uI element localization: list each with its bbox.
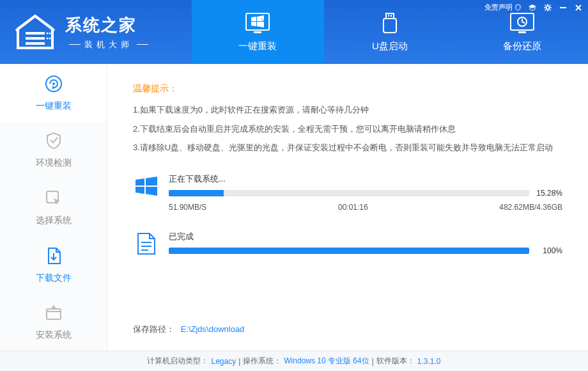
download-percent: 15.28% — [534, 189, 562, 198]
save-path-label: 保存路径： — [133, 324, 174, 334]
tab-reinstall[interactable]: 一键重装 — [192, 0, 324, 64]
close-icon[interactable] — [574, 3, 583, 12]
body: 一键重装 环境检测 选择系统 下载文件 安装系统 温馨提示： 1.如果下载速度为… — [0, 64, 588, 351]
logo-subtitle: 装机大师 — [65, 39, 152, 51]
logo-area: 系统之家 装机大师 — [0, 0, 192, 64]
monitor-restore-icon — [509, 12, 535, 35]
sidebar-item-download[interactable]: 下载文件 — [0, 236, 107, 294]
svg-rect-0 — [26, 32, 45, 35]
svg-rect-2 — [26, 42, 45, 45]
box-install-icon — [43, 303, 64, 323]
cursor-select-icon — [43, 188, 64, 209]
svg-rect-9 — [386, 13, 394, 19]
sidebar-item-env-check[interactable]: 环境检测 — [0, 122, 107, 179]
sidebar-item-reinstall[interactable]: 一键重装 — [0, 64, 107, 122]
svg-point-16 — [546, 6, 550, 9]
completed-percent: 100% — [534, 246, 562, 255]
document-icon — [133, 231, 159, 257]
save-path-row: 保存路径： E:\Zjds\download — [133, 324, 244, 335]
download-status-label: 正在下载系统... — [169, 173, 562, 185]
svg-rect-14 — [518, 31, 526, 33]
version-label: 软件版本： — [376, 356, 415, 367]
svg-rect-11 — [388, 15, 389, 17]
logo-house-icon — [13, 13, 58, 51]
tab-label: 备份还原 — [503, 40, 541, 52]
version-value: 1.3.1.0 — [417, 357, 441, 366]
completed-progress-fill — [169, 248, 529, 254]
download-progress-bar — [169, 190, 529, 196]
boot-type-label: 计算机启动类型： — [147, 356, 208, 367]
disclaimer-link[interactable]: 免责声明 — [484, 3, 522, 12]
footer: 计算机启动类型： Legacy | 操作系统： Windows 10 专业版 6… — [0, 351, 588, 371]
monitor-windows-icon — [245, 12, 270, 35]
os-label: 操作系统： — [243, 356, 281, 367]
download-progress-section: 正在下载系统... 15.28% 51.90MB/S 00:01:16 482.… — [133, 173, 562, 212]
settings-icon[interactable] — [543, 3, 552, 12]
tips-title: 温馨提示： — [133, 83, 562, 95]
windows-logo-icon — [133, 173, 159, 199]
completed-progress-bar — [169, 248, 529, 254]
download-progress-fill — [169, 190, 224, 196]
sidebar-item-label: 下载文件 — [36, 272, 72, 284]
completed-progress-section: 已完成 100% — [133, 231, 562, 257]
completed-label: 已完成 — [169, 231, 562, 242]
graduation-cap-icon[interactable] — [528, 3, 537, 12]
boot-type-value: Legacy — [211, 357, 236, 366]
download-elapsed: 00:01:16 — [338, 203, 368, 212]
usb-icon — [377, 12, 403, 35]
svg-point-6 — [49, 38, 51, 40]
tab-label: 一键重装 — [238, 40, 277, 52]
minimize-icon[interactable] — [559, 3, 568, 12]
svg-point-19 — [52, 83, 55, 85]
sidebar-item-label: 环境检测 — [36, 157, 72, 169]
shield-icon — [514, 4, 522, 11]
tips-line: 1.如果下载速度为0，此时软件正在搜索资源，请耐心等待几分钟 — [133, 104, 562, 116]
sidebar: 一键重装 环境检测 选择系统 下载文件 安装系统 — [0, 64, 107, 351]
logo-title: 系统之家 — [65, 14, 152, 36]
window-controls: 免责声明 — [484, 3, 583, 12]
main-content: 温馨提示： 1.如果下载速度为0，此时软件正在搜索资源，请耐心等待几分钟 2.下… — [107, 64, 588, 351]
svg-rect-8 — [254, 31, 261, 33]
svg-point-3 — [47, 33, 49, 35]
svg-rect-12 — [391, 15, 392, 17]
sidebar-item-label: 安装系统 — [36, 329, 72, 341]
svg-rect-10 — [383, 19, 396, 33]
tab-usb-boot[interactable]: U盘启动 — [324, 0, 456, 64]
sidebar-item-label: 选择系统 — [36, 215, 72, 226]
header: 系统之家 装机大师 一键重装 U盘启动 — [0, 0, 588, 64]
download-size: 482.62MB/4.36GB — [499, 203, 562, 212]
download-meta: 51.90MB/S 00:01:16 482.62MB/4.36GB — [169, 203, 562, 212]
sidebar-item-label: 一键重装 — [36, 100, 72, 112]
shield-check-icon — [43, 130, 64, 151]
file-download-icon — [43, 246, 64, 266]
svg-point-4 — [49, 33, 51, 35]
os-value: Windows 10 专业版 64位 — [284, 356, 369, 367]
svg-rect-1 — [26, 37, 45, 40]
tips-line: 2.下载结束后会自动重启并完成系统的安装，全程无需干预，您可以离开电脑请稍作休息 — [133, 123, 562, 136]
svg-rect-21 — [47, 309, 61, 319]
tab-label: U盘启动 — [372, 40, 408, 52]
download-speed: 51.90MB/S — [169, 203, 206, 212]
save-path-value[interactable]: E:\Zjds\download — [181, 324, 245, 334]
tips-line: 3.请移除U盘、移动硬盘、光驱里的光盘，并保证安装过程中不会断电，否则重装可能失… — [133, 141, 562, 154]
target-refresh-icon — [43, 74, 64, 94]
sidebar-item-install[interactable]: 安装系统 — [0, 293, 107, 351]
sidebar-item-select-system[interactable]: 选择系统 — [0, 178, 107, 236]
svg-point-5 — [47, 38, 49, 40]
